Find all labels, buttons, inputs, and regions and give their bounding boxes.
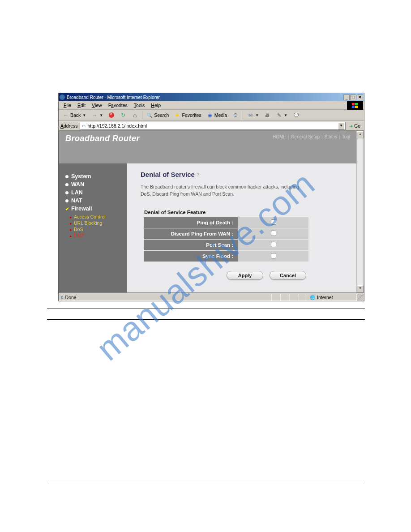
vertical-scrollbar[interactable]: ▲ ▼ xyxy=(356,131,364,292)
address-dropdown[interactable]: ▼ xyxy=(338,122,344,129)
sidebar-item-nat[interactable]: NAT xyxy=(65,197,123,205)
maximize-button[interactable]: □ xyxy=(350,94,356,100)
sidebar-sub-access-control[interactable]: Access Control xyxy=(70,214,123,220)
sidebar-item-system[interactable]: System xyxy=(65,172,123,180)
media-icon xyxy=(207,112,213,118)
sidebar-sub-url-blocking[interactable]: URL Blocking xyxy=(70,220,123,226)
help-icon[interactable]: ? xyxy=(197,172,199,177)
address-input[interactable] xyxy=(88,123,337,129)
page-title: Denial of Service ? xyxy=(141,171,347,178)
table-row: Discard Ping From WAN : xyxy=(144,228,308,239)
page-description: The Broadband router's firewall can bloc… xyxy=(141,184,311,198)
apply-button[interactable]: Apply xyxy=(227,271,263,280)
go-button[interactable]: Go xyxy=(347,123,362,129)
toolbar: Back▼ ▼ Search Favorites Media ▼ ▼ xyxy=(59,110,364,121)
back-arrow-icon xyxy=(63,112,69,118)
forward-button[interactable]: ▼ xyxy=(89,111,105,120)
status-cell xyxy=(272,294,281,301)
content-area: Broadband Router HOME | General Setup | … xyxy=(59,131,364,293)
feature-label: Port Scan : xyxy=(144,240,238,250)
media-button[interactable]: Media xyxy=(205,111,230,120)
table-row: Ping of Death : xyxy=(144,217,308,228)
minimize-button[interactable]: _ xyxy=(343,94,350,100)
router-header: Broadband Router HOME | General Setup | … xyxy=(59,131,356,163)
address-input-wrap: e ▼ xyxy=(80,122,346,130)
refresh-button[interactable] xyxy=(118,111,128,120)
status-bar: e Done Internet xyxy=(59,293,364,301)
bullet-icon xyxy=(70,227,72,232)
menu-tools[interactable]: Tools xyxy=(131,102,148,109)
discard-ping-checkbox[interactable] xyxy=(271,231,276,236)
check-icon xyxy=(65,206,68,212)
sidebar-sub-dos[interactable]: DoS xyxy=(70,226,123,232)
globe-icon xyxy=(310,295,315,300)
discuss-icon xyxy=(293,112,299,118)
sidebar-item-firewall[interactable]: Firewall xyxy=(65,205,123,213)
sidebar-item-wan[interactable]: WAN xyxy=(65,180,123,189)
history-icon xyxy=(232,112,239,118)
menu-favorites[interactable]: Favorites xyxy=(105,102,131,109)
sidebar-item-lan[interactable]: LAN xyxy=(65,189,123,197)
print-icon xyxy=(264,112,270,118)
menu-view[interactable]: View xyxy=(89,102,105,109)
close-button[interactable]: ✕ xyxy=(357,94,363,100)
router-nav: HOME | General Setup | Status | Tool xyxy=(273,134,350,139)
ping-of-death-checkbox[interactable] xyxy=(271,219,276,225)
go-arrow-icon xyxy=(349,123,353,129)
address-label: Address xyxy=(60,123,78,129)
print-button[interactable] xyxy=(262,111,273,120)
table-row: Sync Flood : xyxy=(144,251,308,262)
nav-status[interactable]: Status xyxy=(325,134,337,139)
favorites-button[interactable]: Favorites xyxy=(172,111,203,120)
history-button[interactable] xyxy=(230,111,241,120)
status-text: Done xyxy=(65,295,77,300)
windows-flag-icon xyxy=(347,101,363,110)
bullet-icon xyxy=(70,220,72,226)
resize-grip[interactable] xyxy=(357,294,364,301)
sidebar-sub-dmz[interactable]: DMZ xyxy=(70,232,123,239)
scroll-down-button[interactable]: ▼ xyxy=(357,285,364,292)
feature-label: Discard Ping From WAN : xyxy=(144,228,238,239)
table-row: Port Scan : xyxy=(144,240,308,250)
menu-edit[interactable]: Edit xyxy=(74,102,89,109)
status-cell xyxy=(290,294,299,301)
cancel-button[interactable]: Cancel xyxy=(270,271,306,280)
feature-table: Ping of Death : Discard Ping From WAN : … xyxy=(143,217,309,262)
bullet-icon xyxy=(70,214,72,219)
menu-help[interactable]: Help xyxy=(148,102,164,109)
menu-bar: File Edit View Favorites Tools Help xyxy=(59,101,364,110)
svg-rect-2 xyxy=(352,106,355,108)
mail-icon xyxy=(247,112,253,118)
feature-label: Sync Flood : xyxy=(144,251,238,262)
scroll-up-button[interactable]: ▲ xyxy=(357,131,364,138)
edit-button[interactable]: ▼ xyxy=(274,111,290,120)
search-button[interactable]: Search xyxy=(144,111,171,120)
stop-icon xyxy=(109,112,114,118)
ie-window: Broadband Router - Microsoft Internet Ex… xyxy=(58,93,364,301)
back-button[interactable]: Back▼ xyxy=(60,111,88,120)
done-icon: e xyxy=(61,295,64,300)
menu-file[interactable]: File xyxy=(60,102,74,109)
svg-rect-1 xyxy=(355,103,358,105)
page-icon: e xyxy=(81,123,86,129)
port-scan-checkbox[interactable] xyxy=(271,242,276,247)
status-cell xyxy=(299,294,308,301)
stop-button[interactable] xyxy=(106,111,117,120)
doc-divider-2 xyxy=(47,319,365,320)
nav-tool[interactable]: Tool xyxy=(342,134,350,139)
edit-icon xyxy=(276,112,282,118)
bullet-icon xyxy=(70,233,72,238)
nav-setup[interactable]: General Setup xyxy=(291,134,320,139)
refresh-icon xyxy=(120,112,126,118)
title-bar: Broadband Router - Microsoft Internet Ex… xyxy=(59,93,364,101)
scroll-track[interactable] xyxy=(357,138,364,285)
nav-home[interactable]: HOME xyxy=(273,134,286,139)
main-panel: Denial of Service ? The Broadband router… xyxy=(127,163,356,292)
feature-heading: Denial of Service Feature xyxy=(144,210,347,215)
status-cell xyxy=(281,294,290,301)
discuss-button[interactable] xyxy=(291,111,301,120)
home-button[interactable] xyxy=(129,111,140,120)
sync-flood-checkbox[interactable] xyxy=(271,253,276,258)
search-icon xyxy=(146,112,153,118)
mail-button[interactable]: ▼ xyxy=(245,111,261,120)
